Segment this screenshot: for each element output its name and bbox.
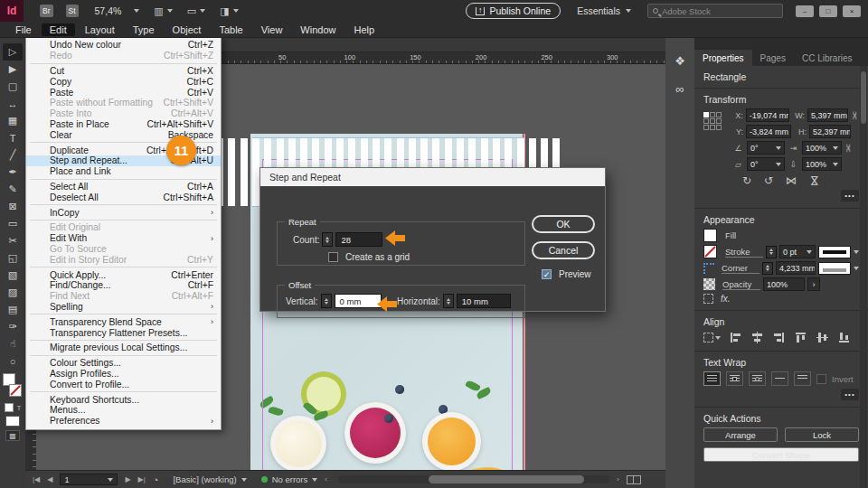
count-input[interactable]: 28 xyxy=(335,232,382,247)
stock-button[interactable]: St xyxy=(66,5,79,17)
close-button[interactable]: × xyxy=(843,5,861,17)
view-options-button[interactable]: ▥ xyxy=(154,5,172,17)
menu-item[interactable]: Spelling › xyxy=(26,302,221,313)
effects-button[interactable]: fx. xyxy=(721,294,731,304)
menu-item[interactable]: Cut Ctrl+X › xyxy=(26,66,221,77)
menu-item[interactable]: Redo Ctrl+Shift+Z › xyxy=(26,51,221,61)
content-collector-tool[interactable]: ▦ xyxy=(3,112,23,129)
last-page-button[interactable]: ▶| xyxy=(138,475,146,483)
horizontal-scrollbar[interactable] xyxy=(338,475,609,483)
align-center-vertical-icon[interactable] xyxy=(816,331,829,344)
frame-edges-button[interactable]: ▭ xyxy=(187,5,205,17)
fill-color-swatch[interactable] xyxy=(703,229,717,242)
stroke-style-swatch[interactable] xyxy=(818,246,851,258)
next-page-button[interactable]: ▶ xyxy=(125,475,130,483)
more-options-button[interactable]: ••• xyxy=(841,190,859,202)
rectangle-frame-tool[interactable]: ⊠ xyxy=(3,198,23,215)
previous-page-button[interactable]: ◀ xyxy=(47,475,52,483)
screen-mode-button[interactable]: ◨ xyxy=(220,5,238,17)
jump-object-icon[interactable] xyxy=(771,371,788,386)
menu-item[interactable]: Transparency Flattener Presets... › xyxy=(26,327,221,338)
menu-bar-item[interactable]: Object xyxy=(165,23,210,36)
align-left-icon[interactable] xyxy=(729,331,742,344)
preflight-profile-select[interactable]: [Basic] (working) xyxy=(173,474,246,484)
selection-tool[interactable]: ▷ xyxy=(3,43,23,61)
menu-item[interactable]: Quick Apply... Ctrl+Enter › xyxy=(26,269,221,280)
menu-item[interactable]: Paste Into Ctrl+Alt+V › xyxy=(26,108,221,119)
formatting-text-button[interactable]: T xyxy=(17,404,22,412)
corner-style-swatch[interactable] xyxy=(818,262,851,275)
menu-item[interactable]: Preferences › xyxy=(26,416,221,427)
zoom-tool[interactable]: ○ xyxy=(3,352,23,370)
align-center-horizontal-icon[interactable] xyxy=(750,331,764,344)
page-number-select[interactable]: 1 xyxy=(60,474,118,485)
free-transform-tool[interactable]: ◱ xyxy=(3,249,23,267)
no-text-wrap-icon[interactable] xyxy=(703,371,721,386)
rotate-clockwise-icon[interactable]: ↻ xyxy=(742,174,751,187)
menu-item[interactable]: Keyboard Shortcuts... › xyxy=(26,394,221,405)
stroke-weight-stepper[interactable] xyxy=(766,246,777,258)
dialog-title[interactable]: Step and Repeat xyxy=(260,168,605,186)
bridge-button[interactable]: Br xyxy=(40,5,53,17)
preview-checkbox[interactable]: ✓ xyxy=(542,269,552,279)
count-stepper[interactable] xyxy=(322,232,333,247)
lock-button[interactable]: Lock xyxy=(785,427,859,442)
align-bottom-icon[interactable] xyxy=(837,331,851,344)
menu-item[interactable]: Copy Ctrl+C › xyxy=(26,76,221,87)
panel-scrollbar[interactable] xyxy=(860,66,867,488)
opacity-expand-button[interactable]: › xyxy=(807,277,820,291)
menu-item[interactable]: Find Next Ctrl+Alt+F › xyxy=(26,291,221,302)
preflight-status[interactable]: No errors xyxy=(261,474,318,484)
corner-radius-stepper[interactable] xyxy=(762,262,773,275)
arrange-button[interactable]: Arrange xyxy=(703,427,778,442)
scale-x-select[interactable]: 100% xyxy=(802,141,842,155)
constrain-scale-icon[interactable]: ⫘ xyxy=(844,144,854,152)
menu-bar-item[interactable]: View xyxy=(253,23,291,36)
flip-vertical-icon[interactable]: ⋈ xyxy=(808,175,821,186)
scale-y-select[interactable]: 100% xyxy=(802,157,842,171)
corner-radius-input[interactable]: 4,233 mm xyxy=(776,261,816,275)
stroke-color-swatch[interactable] xyxy=(703,245,717,258)
properties-panel-icon[interactable]: ❖ xyxy=(675,54,685,68)
invert-checkbox[interactable] xyxy=(816,374,826,384)
line-tool[interactable]: ╱ xyxy=(3,146,23,164)
menu-item[interactable]: Find/Change... Ctrl+F › xyxy=(26,280,221,291)
wrap-bounding-box-icon[interactable] xyxy=(726,371,743,386)
y-input[interactable]: -3,824 mm xyxy=(746,125,791,138)
menu-bar-item[interactable]: Table xyxy=(211,23,250,36)
zoom-level-control[interactable]: 57,4% xyxy=(95,5,140,16)
repeat-preview-rectangle[interactable] xyxy=(228,138,235,206)
shear-select[interactable]: 0° xyxy=(747,157,785,171)
apply-color-button[interactable] xyxy=(5,416,20,427)
menu-item[interactable]: Place and Link › xyxy=(26,166,221,177)
apply-gradient-button[interactable]: ▩ xyxy=(5,430,20,441)
pencil-tool[interactable]: ✎ xyxy=(3,181,23,198)
menu-item[interactable]: Edit in Story Editor Ctrl+Y › xyxy=(26,254,221,265)
gradient-tool[interactable]: ▧ xyxy=(3,267,23,284)
preflight-icon[interactable]: ◔ xyxy=(153,474,159,485)
pen-tool[interactable]: ✒ xyxy=(3,164,23,181)
menu-bar-item[interactable]: Help xyxy=(345,23,382,36)
menu-item[interactable]: Assign Profiles... › xyxy=(26,369,221,380)
links-panel-icon[interactable]: ∞ xyxy=(675,82,684,96)
gap-tool[interactable]: ↔ xyxy=(3,95,23,112)
direct-selection-tool[interactable]: ▶ xyxy=(3,61,23,78)
maximize-button[interactable]: □ xyxy=(819,5,837,17)
corner-link[interactable]: Corner xyxy=(722,263,760,274)
opacity-link[interactable]: Opacity xyxy=(722,279,760,290)
formatting-container-button[interactable] xyxy=(5,403,14,412)
menu-item[interactable]: Edit With › xyxy=(26,233,221,244)
note-tool[interactable]: ▤ xyxy=(3,301,23,318)
stroke-weight-select[interactable]: 0 pt xyxy=(779,245,816,258)
object-style-icon[interactable] xyxy=(703,294,713,304)
scroll-right-arrow[interactable]: › xyxy=(617,475,619,483)
panel-tab[interactable]: Pages xyxy=(752,50,794,66)
hand-tool[interactable]: ☝ xyxy=(3,335,23,352)
page-tool[interactable]: ▢ xyxy=(3,78,23,95)
create-grid-checkbox[interactable] xyxy=(328,252,338,262)
h-input[interactable]: 52,397 mm xyxy=(809,125,851,138)
flip-horizontal-icon[interactable]: ⋈ xyxy=(786,174,797,187)
workspace-switcher[interactable]: Essentials xyxy=(577,5,631,16)
vertical-stepper[interactable] xyxy=(321,294,332,308)
horizontal-input[interactable]: 10 mm xyxy=(457,294,511,308)
